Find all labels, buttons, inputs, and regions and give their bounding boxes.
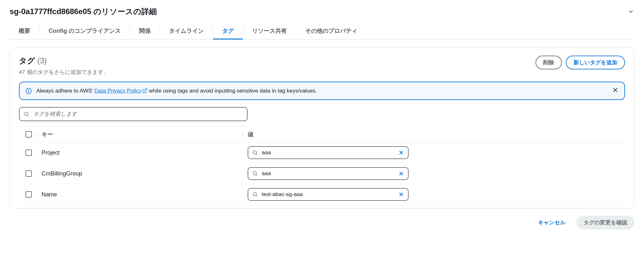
tag-key: Project	[38, 149, 244, 156]
cancel-button[interactable]: キャンセル	[532, 216, 571, 229]
tab-other-properties[interactable]: その他のプロパティ	[296, 23, 366, 40]
panel-count: (3)	[37, 56, 47, 65]
svg-line-7	[27, 115, 29, 116]
tab-compliance[interactable]: Config のコンプライアンス	[40, 23, 130, 40]
tab-timeline[interactable]: タイムライン	[160, 23, 213, 40]
external-link-icon	[142, 88, 147, 93]
add-tag-button[interactable]: 新しいタグを追加	[566, 56, 625, 69]
info-icon	[25, 88, 32, 94]
table-row: Project	[19, 142, 625, 163]
info-alert: Always adhere to AWS' Data Privacy Polic…	[19, 82, 625, 100]
select-all-checkbox[interactable]	[25, 131, 32, 138]
svg-point-16	[253, 193, 257, 196]
search-icon	[252, 171, 258, 176]
svg-line-9	[256, 154, 257, 155]
delete-button[interactable]: 削除	[535, 56, 562, 69]
svg-point-2	[28, 89, 29, 90]
tag-key: CmBillingGroup	[38, 170, 244, 177]
panel-subtitle: 47 個のタグをさらに追加できます。	[19, 68, 109, 76]
row-checkbox[interactable]	[25, 170, 32, 177]
svg-point-8	[253, 151, 257, 154]
alert-prefix: Always adhere to AWS'	[36, 88, 94, 94]
alert-message: Always adhere to AWS' Data Privacy Polic…	[36, 88, 608, 94]
confirm-button: タグの変更を確認	[576, 216, 634, 229]
alert-close-button[interactable]	[612, 87, 619, 95]
search-icon	[24, 111, 29, 117]
row-checkbox[interactable]	[25, 191, 32, 198]
header-key[interactable]: キー	[38, 130, 244, 138]
privacy-policy-link[interactable]: Data Privacy Policy	[94, 88, 147, 94]
chevron-down-icon[interactable]	[627, 8, 634, 15]
close-icon	[612, 87, 619, 93]
svg-line-17	[256, 195, 257, 197]
search-icon	[252, 192, 258, 197]
tab-bar: 概要 Config のコンプライアンス 関係 タイムライン タグ リソース共有 …	[10, 23, 634, 40]
svg-point-6	[24, 112, 28, 116]
page-title: sg-0a1777ffcd8686e05 のリソースの詳細	[10, 6, 157, 17]
tags-panel: タグ (3) 47 個のタグをさらに追加できます。 削除 新しいタグを追加 Al…	[10, 48, 634, 209]
table-header: キー 値	[19, 126, 625, 142]
tag-value-input[interactable]	[248, 146, 409, 159]
search-icon	[252, 150, 258, 156]
row-checkbox[interactable]	[25, 149, 32, 156]
tag-value-input[interactable]	[248, 167, 409, 180]
svg-line-13	[256, 175, 257, 176]
tab-resource-sharing[interactable]: リソース共有	[243, 23, 296, 40]
svg-point-12	[253, 172, 257, 175]
tag-search-input[interactable]	[19, 107, 248, 121]
tab-overview[interactable]: 概要	[10, 23, 39, 40]
tag-key: Name	[38, 191, 244, 198]
tags-table: キー 値 Project CmBillingGroup	[19, 126, 625, 205]
clear-icon[interactable]	[398, 192, 404, 197]
svg-line-3	[144, 89, 147, 91]
panel-title: タグ (3)	[19, 56, 109, 66]
footer-actions: キャンセル タグの変更を確認	[10, 216, 634, 229]
clear-icon[interactable]	[398, 171, 404, 176]
alert-suffix: while using tags and avoid inputting sen…	[147, 88, 317, 94]
clear-icon[interactable]	[398, 150, 404, 156]
tag-value-input[interactable]	[248, 188, 409, 201]
table-row: Name	[19, 184, 625, 205]
panel-title-text: タグ	[19, 56, 35, 65]
tab-tags[interactable]: タグ	[213, 23, 243, 40]
header-value[interactable]: 値	[244, 130, 625, 138]
table-row: CmBillingGroup	[19, 163, 625, 184]
tab-relationships[interactable]: 関係	[130, 23, 160, 40]
